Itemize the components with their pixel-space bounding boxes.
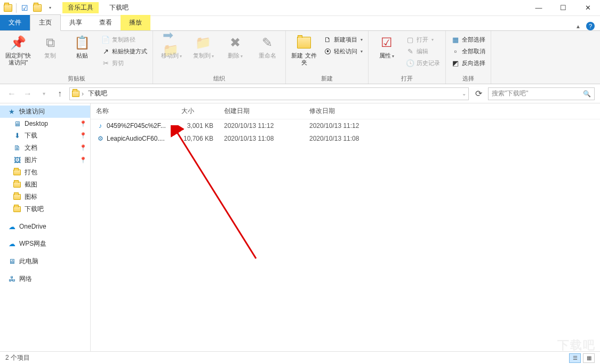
- quick-access-toolbar: ☑ ▾: [0, 2, 58, 14]
- tab-view[interactable]: 查看: [91, 15, 121, 30]
- tab-play[interactable]: 播放: [121, 15, 150, 30]
- address-dropdown-icon[interactable]: ⌄: [462, 91, 466, 96]
- pin-quickaccess-button[interactable]: 📌 固定到"快 速访问": [3, 32, 33, 68]
- nav-up-icon[interactable]: ↑: [53, 87, 66, 100]
- sidebar-item-jietu[interactable]: 截图: [0, 179, 90, 191]
- item-count: 2 个项目: [5, 353, 30, 362]
- paste-icon: 📋: [74, 34, 91, 51]
- maximize-button[interactable]: ☐: [551, 0, 575, 16]
- tab-file[interactable]: 文件: [0, 15, 30, 30]
- address-bar[interactable]: › 下载吧 ⌄: [69, 87, 469, 100]
- sidebar-item-documents[interactable]: 🗎文档📍: [0, 142, 90, 154]
- tab-share[interactable]: 共享: [61, 15, 91, 30]
- ribbon-collapse-icon[interactable]: ▲: [575, 23, 581, 29]
- view-icons-button[interactable]: ▦: [583, 353, 595, 363]
- col-name[interactable]: 名称: [96, 107, 181, 116]
- help-icon[interactable]: ?: [586, 22, 595, 30]
- open-button[interactable]: ▢打开▾: [404, 34, 442, 45]
- invert-selection-button[interactable]: ◩反向选择: [449, 58, 487, 68]
- qat-properties-icon[interactable]: ☑: [19, 2, 30, 14]
- file-row[interactable]: ⚙LeapicAudioCF60.... 10,706 KB 2020/10/1…: [91, 132, 600, 145]
- select-all-icon: ▦: [451, 35, 460, 44]
- folder-icon: [13, 181, 21, 189]
- copy-icon: ⧉: [42, 34, 59, 51]
- sidebar-quick-access[interactable]: ★ 快速访问: [0, 106, 90, 118]
- cut-button[interactable]: ✂剪切: [99, 58, 149, 68]
- rename-button[interactable]: ✎ 重命名: [252, 32, 282, 61]
- nav-forward-icon[interactable]: →: [21, 87, 34, 100]
- sidebar-item-dabao[interactable]: 打包: [0, 166, 90, 179]
- window-title: 下载吧: [109, 3, 129, 12]
- star-icon: ★: [7, 108, 16, 116]
- folder-icon[interactable]: [2, 2, 14, 14]
- sidebar: ★ 快速访问 🖥Desktop📍 ⬇下载📍 🗎文档📍 🖼图片📍 打包 截图 图标…: [0, 103, 91, 351]
- open-icon: ▢: [406, 35, 414, 44]
- breadcrumb-sep-icon: ›: [82, 90, 84, 98]
- col-size[interactable]: 大小: [181, 107, 224, 116]
- folder-icon: [13, 168, 21, 177]
- ribbon-group-new: 新建 文件夹 🗋新建项目▾ ⦿轻松访问▾ 新建: [286, 31, 369, 84]
- nav-recent-icon[interactable]: ▾: [37, 87, 50, 100]
- ribbon: 📌 固定到"快 速访问" ⧉ 复制 📋 粘贴 📄复制路径 ↗粘贴快捷方式 ✂剪切…: [0, 31, 600, 84]
- invert-icon: ◩: [451, 59, 460, 67]
- delete-icon: ✖: [227, 34, 244, 51]
- qat-new-folder-icon[interactable]: [31, 2, 43, 14]
- close-button[interactable]: ✕: [575, 0, 600, 16]
- copy-button[interactable]: ⧉ 复制: [35, 32, 65, 61]
- sidebar-item-tubiao[interactable]: 图标: [0, 191, 90, 203]
- select-none-icon: ▫: [451, 47, 460, 55]
- pictures-icon: 🖼: [13, 156, 21, 165]
- sidebar-wps[interactable]: ☁WPS网盘: [0, 238, 90, 250]
- col-created[interactable]: 创建日期: [224, 107, 309, 116]
- delete-button[interactable]: ✖ 删除▾: [220, 32, 250, 61]
- minimize-button[interactable]: —: [526, 0, 551, 16]
- shortcut-icon: ↗: [101, 47, 110, 55]
- copy-to-icon: 📁: [195, 34, 212, 51]
- paste-shortcut-button[interactable]: ↗粘贴快捷方式: [99, 46, 149, 56]
- group-label-clipboard: 剪贴板: [3, 74, 149, 84]
- qat-dropdown-icon[interactable]: ▾: [44, 2, 56, 14]
- file-row[interactable]: ♪0459%2F045c%2F... 3,001 KB 2020/10/13 1…: [91, 119, 600, 132]
- tab-home[interactable]: 主页: [30, 14, 61, 31]
- network-icon: 🖧: [7, 275, 16, 284]
- sidebar-item-desktop[interactable]: 🖥Desktop📍: [0, 118, 90, 130]
- sidebar-item-xiazaiba[interactable]: 下载吧: [0, 203, 90, 215]
- exe-file-icon: ⚙: [96, 134, 105, 143]
- select-none-button[interactable]: ▫全部取消: [449, 46, 487, 56]
- audio-file-icon: ♪: [96, 122, 105, 130]
- breadcrumb-root[interactable]: 下载吧: [86, 89, 109, 98]
- new-folder-button[interactable]: 新建 文件夹: [289, 32, 319, 68]
- copy-to-button[interactable]: 📁 复制到▾: [188, 32, 218, 61]
- select-all-button[interactable]: ▦全部选择: [449, 34, 487, 45]
- sidebar-this-pc[interactable]: 🖥此电脑: [0, 255, 90, 268]
- document-icon: 🗎: [13, 144, 21, 152]
- folder-icon: [13, 205, 21, 214]
- ribbon-group-organize: ➡📁 移动到▾ 📁 复制到▾ ✖ 删除▾ ✎ 重命名 组织: [153, 31, 286, 84]
- sidebar-item-downloads[interactable]: ⬇下载📍: [0, 130, 90, 142]
- new-item-button[interactable]: 🗋新建项目▾: [321, 34, 365, 45]
- pin-icon: 📍: [79, 120, 87, 127]
- sidebar-item-pictures[interactable]: 🖼图片📍: [0, 154, 90, 166]
- group-label-new: 新建: [289, 74, 365, 84]
- copy-path-button[interactable]: 📄复制路径: [99, 34, 149, 45]
- paste-button[interactable]: 📋 粘贴: [67, 32, 97, 61]
- pin-icon: 📍: [79, 144, 87, 151]
- easy-access-icon: ⦿: [323, 47, 332, 55]
- edit-button[interactable]: ✎编辑: [404, 46, 442, 56]
- download-icon: ⬇: [13, 132, 21, 140]
- pc-icon: 🖥: [7, 257, 16, 266]
- address-folder-icon: [72, 91, 79, 97]
- sidebar-onedrive[interactable]: ☁OneDrive: [0, 221, 90, 232]
- search-icon: 🔍: [583, 90, 591, 98]
- history-icon: 🕓: [406, 59, 414, 67]
- nav-back-icon[interactable]: ←: [5, 87, 18, 100]
- history-button[interactable]: 🕓历史记录: [404, 58, 442, 68]
- view-details-button[interactable]: ☰: [569, 353, 581, 363]
- easy-access-button[interactable]: ⦿轻松访问▾: [321, 46, 365, 56]
- move-to-button[interactable]: ➡📁 移动到▾: [156, 32, 186, 61]
- search-input[interactable]: 搜索"下载吧" 🔍: [488, 87, 595, 100]
- refresh-icon[interactable]: ⟳: [472, 87, 485, 100]
- sidebar-network[interactable]: 🖧网络: [0, 273, 90, 285]
- properties-button[interactable]: ☑ 属性▾: [372, 32, 402, 61]
- col-modified[interactable]: 修改日期: [309, 107, 395, 116]
